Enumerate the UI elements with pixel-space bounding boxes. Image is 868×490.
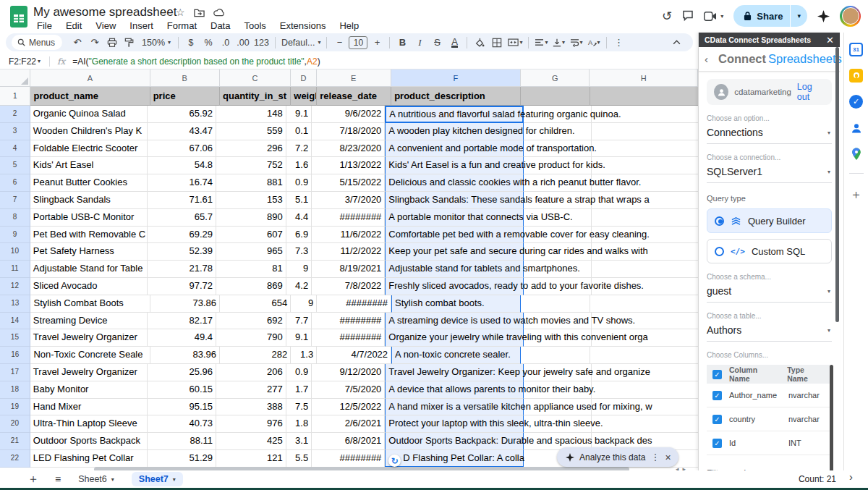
meet-caret-icon[interactable]: ▾: [720, 13, 723, 20]
cell-B7[interactable]: 71.61: [148, 192, 216, 209]
menu-view[interactable]: View: [90, 19, 121, 33]
cell-C22[interactable]: 121: [216, 450, 286, 468]
cell-A8[interactable]: Portable USB-C Monitor: [30, 209, 148, 227]
cell-B18[interactable]: 60.15: [148, 381, 216, 399]
cell-H11[interactable]: [592, 261, 698, 278]
schema-select[interactable]: guest▾: [707, 281, 832, 303]
pill-close-icon[interactable]: ×: [665, 452, 671, 463]
cell-D7[interactable]: 5.1: [286, 192, 312, 209]
calendar-icon[interactable]: 31: [849, 43, 863, 56]
cell-E18[interactable]: 7/5/2020: [312, 381, 385, 399]
cell-A11[interactable]: Adjustable Stand for Table: [30, 261, 148, 278]
gemini-sparkle-icon[interactable]: [817, 10, 830, 22]
merge-cells-button[interactable]: ▾: [506, 35, 524, 50]
cell-F18[interactable]: A device that allows parents to monitor …: [385, 381, 524, 399]
cell-E12[interactable]: 7/8/2022: [312, 278, 385, 295]
row-header-3[interactable]: 3: [0, 123, 30, 140]
menu-format[interactable]: Format: [162, 19, 202, 33]
cell-A2[interactable]: Organic Quinoa Salad: [30, 106, 148, 123]
cell-B8[interactable]: 65.7: [148, 209, 216, 227]
cell-B6[interactable]: 16.74: [148, 174, 216, 192]
cell-A22[interactable]: LED Flashing Pet Collar: [30, 450, 148, 468]
row-header-5[interactable]: 5: [0, 157, 30, 174]
font-selector[interactable]: Defaul...▾: [280, 35, 323, 50]
cell-F13[interactable]: Stylish combat boots.: [391, 295, 521, 313]
cell-B4[interactable]: 67.06: [148, 140, 216, 158]
checkbox-checked-icon[interactable]: ✓: [712, 439, 722, 448]
cell-G1[interactable]: [521, 87, 590, 106]
fill-color-button[interactable]: [472, 35, 488, 50]
cell-C7[interactable]: 153: [216, 192, 286, 209]
cell-E1[interactable]: release_date: [317, 87, 391, 106]
cell-C6[interactable]: 881: [216, 174, 286, 192]
analyze-data-pill[interactable]: Analyze this data ⋮ ×: [557, 447, 678, 467]
cell-C21[interactable]: 425: [216, 433, 286, 450]
row-header-16[interactable]: 16: [0, 347, 30, 364]
undo-button[interactable]: ↶: [69, 35, 85, 50]
redo-button[interactable]: ↷: [87, 35, 103, 50]
name-box[interactable]: F2:F22▾: [0, 56, 45, 67]
column-header-B[interactable]: B: [150, 69, 220, 87]
cell-F10[interactable]: Keep your pet safe and secure during car…: [385, 243, 524, 261]
cell-H16[interactable]: [590, 347, 698, 364]
cell-D16[interactable]: 1.3: [291, 347, 317, 364]
cell-C18[interactable]: 277: [216, 381, 286, 399]
cell-D1[interactable]: weigh: [291, 87, 317, 106]
comments-icon[interactable]: [682, 10, 694, 22]
cell-A12[interactable]: Sliced Avocado: [30, 278, 148, 295]
maps-icon[interactable]: [849, 147, 863, 161]
cloud-status-icon[interactable]: [213, 8, 225, 17]
formula-input[interactable]: =AI("Generate a short description based …: [72, 56, 320, 67]
row-header-10[interactable]: 10: [0, 243, 30, 261]
cell-C1[interactable]: quantity_in_st: [220, 87, 291, 106]
cell-F16[interactable]: A non-toxic concrete sealer.: [391, 347, 521, 364]
cell-C13[interactable]: 654: [220, 295, 291, 313]
cell-B9[interactable]: 69.29: [148, 227, 216, 244]
cell-B11[interactable]: 21.78: [148, 261, 216, 278]
column-header-E[interactable]: E: [317, 69, 391, 87]
sheets-logo-icon[interactable]: [10, 6, 27, 28]
row-header-11[interactable]: 11: [0, 261, 30, 278]
share-button[interactable]: Share ▾: [733, 5, 807, 27]
cell-H1[interactable]: [590, 87, 698, 106]
cell-D14[interactable]: 7.7: [286, 313, 312, 330]
row-header-12[interactable]: 12: [0, 278, 30, 295]
custom-sql-option[interactable]: </> Custom SQL: [707, 239, 832, 263]
cell-E8[interactable]: ########: [312, 209, 385, 227]
table-select[interactable]: Authors▾: [707, 320, 832, 342]
add-filter-icon[interactable]: ＋: [739, 465, 751, 470]
document-title[interactable]: My awesome spreadsheet: [33, 5, 176, 20]
cell-C14[interactable]: 692: [216, 313, 286, 330]
menu-tools[interactable]: Tools: [239, 19, 271, 33]
horizontal-align-button[interactable]: ▾: [533, 35, 549, 50]
cell-C12[interactable]: 869: [216, 278, 286, 295]
text-color-button[interactable]: A: [446, 35, 462, 50]
cell-E2[interactable]: 9/6/2022: [312, 106, 385, 123]
row-header-9[interactable]: 9: [0, 227, 30, 244]
borders-button[interactable]: [489, 35, 505, 50]
row-header-6[interactable]: 6: [0, 174, 30, 192]
star-icon[interactable]: ☆: [176, 7, 185, 18]
cell-H4[interactable]: [592, 140, 698, 158]
sidebar-close-icon[interactable]: ✕: [826, 35, 834, 46]
cell-C19[interactable]: 388: [216, 399, 286, 416]
cell-E22[interactable]: ########: [312, 450, 385, 468]
cell-C20[interactable]: 976: [216, 415, 286, 433]
cell-D9[interactable]: 6.9: [286, 227, 312, 244]
get-addons-icon[interactable]: ＋: [850, 186, 862, 203]
format-percent-button[interactable]: %: [200, 35, 216, 50]
more-formats-button[interactable]: 123: [252, 35, 271, 50]
row-header-8[interactable]: 8: [0, 209, 30, 227]
cell-C16[interactable]: 282: [220, 347, 291, 364]
cell-A10[interactable]: Pet Safety Harness: [30, 243, 148, 261]
row-header-15[interactable]: 15: [0, 329, 30, 347]
cell-E7[interactable]: 3/7/2020: [312, 192, 385, 209]
row-header-2[interactable]: 2: [0, 106, 30, 123]
cell-C11[interactable]: 81: [216, 261, 286, 278]
cell-C2[interactable]: 148: [216, 106, 286, 123]
cell-B16[interactable]: 83.96: [150, 347, 220, 364]
menu-help[interactable]: Help: [334, 19, 364, 33]
row-header-17[interactable]: 17: [0, 364, 30, 381]
all-sheets-icon[interactable]: ≡: [55, 473, 61, 485]
select-all-corner[interactable]: [0, 69, 30, 87]
